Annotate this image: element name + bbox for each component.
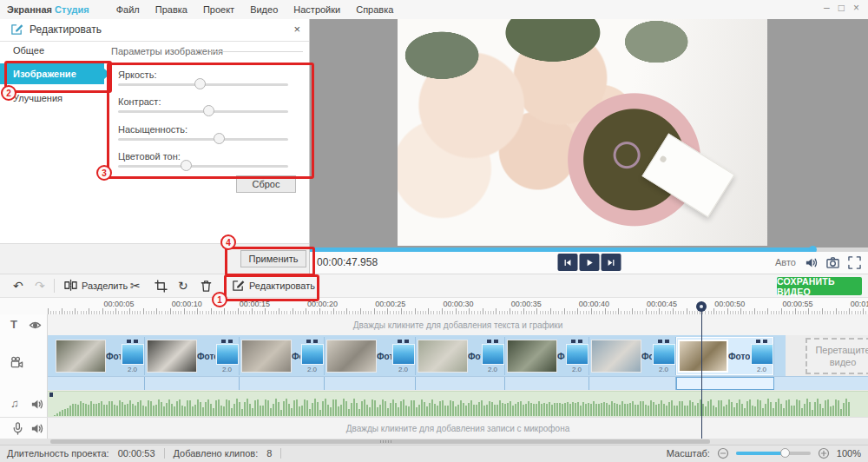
- clip-transition[interactable]: 2.0: [300, 340, 324, 373]
- apply-button[interactable]: Применить: [240, 250, 306, 267]
- waveform-bar: [637, 405, 639, 416]
- waveform-bar: [220, 406, 222, 416]
- auto-quality-label[interactable]: Авто: [775, 257, 796, 267]
- clip-8[interactable]: Фото 1.j2.0: [676, 337, 774, 375]
- clip-7[interactable]: Фото2.0: [589, 337, 676, 375]
- playhead-line[interactable]: [701, 301, 702, 439]
- window-close-icon[interactable]: ×: [853, 0, 859, 16]
- waveform-bar: [293, 400, 295, 416]
- waveform-bar: [481, 400, 483, 416]
- previous-frame-button[interactable]: [557, 254, 577, 271]
- edit-button[interactable]: Редактировать: [232, 277, 315, 294]
- fullscreen-icon[interactable]: [847, 255, 861, 269]
- clip-transition[interactable]: 2.0: [565, 340, 589, 373]
- clip-4[interactable]: Фото2.0: [325, 337, 416, 375]
- clip-2[interactable]: Фото 22.0: [145, 337, 240, 375]
- horizontal-scrollbar[interactable]: [0, 439, 868, 445]
- transition-tile: [751, 344, 773, 365]
- volume-icon[interactable]: [804, 255, 818, 269]
- undo-icon[interactable]: ↶: [13, 277, 23, 294]
- eye-icon[interactable]: [28, 318, 42, 332]
- waveform-bar: [437, 406, 438, 416]
- waveform-bar: [291, 408, 293, 416]
- zoom-out-button[interactable]: [717, 447, 729, 459]
- window-maximize-icon[interactable]: □: [838, 0, 845, 16]
- tab-изображение[interactable]: Изображение: [0, 63, 104, 84]
- zoom-slider-thumb[interactable]: [780, 448, 790, 458]
- tab-общее[interactable]: Общее: [0, 42, 104, 59]
- slider-track[interactable]: [118, 165, 288, 168]
- next-frame-button[interactable]: [601, 254, 621, 271]
- clip-thumbnail: [56, 340, 106, 373]
- scissors-icon[interactable]: ✂: [130, 277, 141, 294]
- clip-transition[interactable]: 2.0: [215, 340, 239, 373]
- waveform-bar: [543, 403, 545, 416]
- audio-track[interactable]: ♫: [0, 391, 868, 417]
- slider-thumb[interactable]: [214, 133, 225, 144]
- app-title[interactable]: Экранная Студия: [7, 4, 89, 15]
- clip-transition[interactable]: 2.0: [391, 340, 415, 373]
- handle: [578, 340, 582, 343]
- clip-transition[interactable]: 2.0: [652, 340, 675, 373]
- menu-item-1[interactable]: Файл: [108, 4, 148, 15]
- waveform-bar: [655, 405, 657, 416]
- substrip-segment: [589, 377, 676, 390]
- handle: [228, 340, 233, 343]
- handle: [494, 340, 498, 343]
- waveform-bar: [489, 401, 490, 416]
- window-minimize-icon[interactable]: –: [824, 0, 830, 16]
- clip-3[interactable]: Фот2.0: [240, 337, 325, 375]
- zoom-in-button[interactable]: [818, 447, 830, 459]
- clip-transition[interactable]: 2.0: [121, 340, 144, 373]
- waveform-bar: [306, 400, 308, 416]
- menu-item-6[interactable]: Справка: [348, 4, 401, 15]
- transition-tile: [216, 344, 239, 365]
- scrollbar-thumb[interactable]: [50, 439, 710, 444]
- waveform-bar: [450, 400, 451, 416]
- waveform-bar: [85, 404, 87, 416]
- snapshot-icon[interactable]: [825, 255, 839, 269]
- waveform-bar: [416, 407, 418, 416]
- mic-mute-icon[interactable]: [30, 421, 43, 435]
- split-button[interactable]: Разделить: [64, 277, 128, 294]
- menu-item-5[interactable]: Настройки: [286, 4, 348, 15]
- handle: [665, 340, 669, 343]
- clip-5[interactable]: Фото2.0: [416, 337, 505, 375]
- video-track[interactable]: Фото 62.0Фото 22.0Фот2.0Фото2.0Фото2.0Фо…: [0, 335, 868, 391]
- slider-thumb[interactable]: [181, 160, 192, 171]
- timeline-zoom-slider[interactable]: [736, 452, 811, 455]
- text-tool-icon[interactable]: T: [10, 318, 17, 331]
- audio-mute-icon[interactable]: [30, 397, 43, 411]
- rotate-icon[interactable]: ↻: [178, 277, 188, 294]
- waveform-bar: [606, 403, 608, 416]
- clip-transition[interactable]: 2.0: [750, 340, 773, 373]
- save-video-button[interactable]: СОХРАНИТЬ ВИДЕО: [777, 277, 862, 295]
- redo-icon[interactable]: ↷: [35, 277, 45, 294]
- slider-thumb[interactable]: [203, 105, 214, 116]
- annotation-badge-2: 2: [1, 85, 16, 101]
- microphone-track[interactable]: Дважды кликните для добавления записи с …: [0, 417, 868, 439]
- slider-track[interactable]: [118, 138, 288, 141]
- trash-icon[interactable]: [200, 277, 213, 294]
- slider-thumb[interactable]: [194, 78, 206, 89]
- waveform-bar: [541, 404, 542, 416]
- play-button[interactable]: [579, 254, 599, 271]
- waveform-bar: [668, 402, 670, 416]
- clip-6[interactable]: Фот2.0: [505, 337, 589, 375]
- clip-transition[interactable]: 2.0: [481, 340, 504, 373]
- waveform-bar: [379, 405, 381, 416]
- clip-1[interactable]: Фото 62.0: [54, 337, 145, 375]
- reset-button[interactable]: Сброс: [236, 175, 296, 193]
- video-drop-zone[interactable]: Перетащите видео: [806, 338, 868, 374]
- close-icon[interactable]: ×: [293, 23, 300, 36]
- waveform-bar: [582, 402, 584, 416]
- menu-item-2[interactable]: Правка: [148, 4, 195, 15]
- playhead-pin[interactable]: [696, 301, 707, 312]
- crop-icon[interactable]: [155, 277, 168, 294]
- text-track[interactable]: T Дважды кликните для добавления текста …: [0, 314, 868, 335]
- menu-item-4[interactable]: Видео: [242, 4, 286, 15]
- waveform-bar: [400, 401, 402, 416]
- waveform-bar: [590, 404, 592, 416]
- timeline-ruler[interactable]: 00:00:0500:00:1000:00:1500:00:2000:00:25…: [0, 297, 868, 314]
- menu-item-3[interactable]: Проект: [195, 4, 242, 15]
